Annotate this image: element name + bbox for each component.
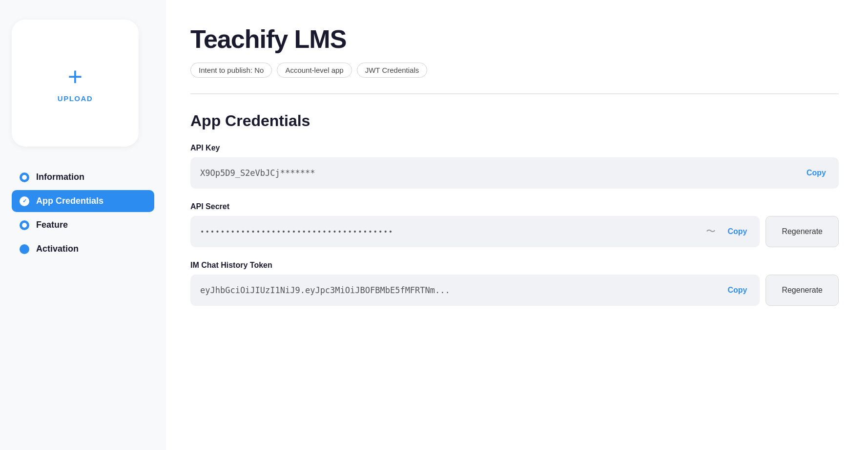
- nav-dot-information: [20, 172, 29, 182]
- api-secret-value: ••••••••••••••••••••••••••••••••••••••: [200, 228, 393, 236]
- upload-card[interactable]: + UPLOAD: [12, 20, 139, 147]
- nav-dot-feature: [20, 220, 29, 230]
- api-secret-copy-button[interactable]: Copy: [724, 227, 750, 236]
- page-title: Teachify LMS: [190, 24, 839, 54]
- checkmark-icon: ✓: [22, 198, 27, 204]
- sidebar-item-activation[interactable]: ✓ Activation: [12, 238, 154, 260]
- im-chat-token-copy-button[interactable]: Copy: [724, 286, 750, 295]
- nav-dot-app-credentials: ✓: [20, 196, 29, 206]
- nav-dot-activation: ✓: [20, 244, 29, 254]
- im-chat-token-block: IM Chat History Token eyJhbGciOiJIUzI1Ni…: [190, 261, 839, 306]
- nav-dot-inner-feature: [22, 223, 27, 228]
- section-title: App Credentials: [190, 112, 839, 130]
- tag-account-level: Account-level app: [277, 63, 351, 78]
- sidebar-item-information[interactable]: Information: [12, 166, 154, 188]
- im-chat-token-input-wrapper: eyJhbGciOiJIUzI1NiJ9.eyJpc3MiOiJBOFBMbE5…: [190, 275, 760, 306]
- sidebar-label-activation: Activation: [36, 244, 79, 254]
- tag-jwt-credentials: JWT Credentials: [357, 63, 428, 78]
- checkmark-icon-activation: ✓: [22, 246, 27, 252]
- im-chat-token-regenerate-button[interactable]: Regenerate: [765, 275, 839, 306]
- im-chat-token-label: IM Chat History Token: [190, 261, 839, 270]
- tag-row: Intent to publish: No Account-level app …: [190, 63, 839, 78]
- api-secret-label: API Secret: [190, 202, 839, 211]
- api-secret-input-wrapper: •••••••••••••••••••••••••••••••••••••• 〜…: [190, 216, 760, 247]
- sidebar-label-information: Information: [36, 172, 84, 182]
- api-key-row: X9Op5D9_S2eVbJCj******* Copy: [190, 157, 839, 189]
- nav-list: Information ✓ App Credentials Feature ✓ …: [12, 166, 154, 260]
- api-key-block: API Key X9Op5D9_S2eVbJCj******* Copy: [190, 144, 839, 189]
- main-content: Teachify LMS Intent to publish: No Accou…: [166, 0, 868, 450]
- tag-intent-to-publish: Intent to publish: No: [190, 63, 272, 78]
- sidebar: + UPLOAD Information ✓ App Credentials F…: [0, 0, 166, 450]
- upload-plus-icon: +: [68, 64, 83, 89]
- api-key-value: X9Op5D9_S2eVbJCj*******: [200, 168, 315, 178]
- sidebar-label-feature: Feature: [36, 220, 68, 230]
- eye-icon[interactable]: 〜: [706, 225, 716, 238]
- api-secret-block: API Secret •••••••••••••••••••••••••••••…: [190, 202, 839, 247]
- upload-label: UPLOAD: [58, 94, 93, 103]
- sidebar-label-app-credentials: App Credentials: [36, 196, 103, 206]
- sidebar-item-feature[interactable]: Feature: [12, 214, 154, 236]
- divider: [190, 93, 839, 94]
- im-chat-token-row: eyJhbGciOiJIUzI1NiJ9.eyJpc3MiOiJBOFBMbE5…: [190, 275, 839, 306]
- api-key-input-wrapper: X9Op5D9_S2eVbJCj******* Copy: [190, 157, 839, 189]
- api-key-copy-button[interactable]: Copy: [804, 169, 829, 177]
- api-key-label: API Key: [190, 144, 839, 152]
- im-chat-token-value: eyJhbGciOiJIUzI1NiJ9.eyJpc3MiOiJBOFBMbE5…: [200, 285, 450, 295]
- api-secret-regenerate-button[interactable]: Regenerate: [765, 216, 839, 247]
- api-secret-actions: 〜 Copy: [706, 225, 750, 238]
- sidebar-item-app-credentials[interactable]: ✓ App Credentials: [12, 190, 154, 212]
- nav-dot-inner: [22, 175, 27, 180]
- api-secret-row: •••••••••••••••••••••••••••••••••••••• 〜…: [190, 216, 839, 247]
